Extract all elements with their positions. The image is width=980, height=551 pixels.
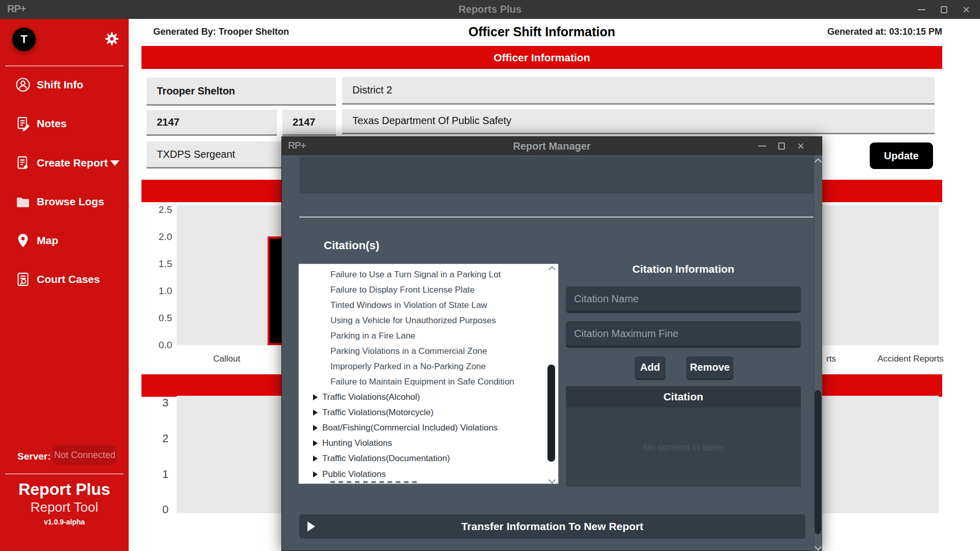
citation-list-item[interactable]: Parking in a Fire Lane [299,328,558,344]
citation-list-item[interactable]: Parking Violations in a Commercial Zone [299,344,558,359]
citation-group-row[interactable]: Boat/Fishing(Commercial Included) Violat… [299,420,558,436]
citation-group-label: Public Violations [322,469,386,479]
modal-divider [299,217,814,218]
maximize-icon[interactable] [938,4,949,15]
sidebar-item-court-cases[interactable]: Court Cases [0,268,129,291]
citation-group-label: Hunting Violations [322,438,392,448]
expand-arrow-icon[interactable] [313,471,318,477]
y-tick: 2.5 [143,204,172,215]
expand-arrow-icon[interactable] [313,440,318,446]
sidebar-divider [5,65,124,66]
citation-maximum-fine-input[interactable] [566,321,801,348]
district-field[interactable] [342,77,935,105]
expand-arrow-icon[interactable] [313,410,318,416]
gear-icon[interactable] [105,32,119,46]
citation-name-input[interactable] [566,286,801,313]
clipped-list-row [330,481,417,483]
notes-icon [15,116,31,131]
citation-group-row[interactable]: Traffic Violations(Motorcycle) [299,405,558,420]
sidebar-item-notes[interactable]: Notes [0,112,129,135]
expand-arrow-icon[interactable] [313,456,318,462]
department-field[interactable] [342,109,935,134]
citation-list[interactable]: Failure to Use a Turn Signal in a Parkin… [298,263,559,484]
sidebar-item-create-report[interactable]: Create Report [0,152,129,174]
play-icon [307,521,315,532]
remove-button[interactable]: Remove [686,356,733,380]
list-scrollbar-thumb[interactable] [547,365,555,462]
scroll-down-icon[interactable] [815,543,822,550]
y-tick: 2 [149,432,169,445]
modal-titlebar: RP+ Report Manager × [282,137,822,155]
x-category-label: Callout [201,354,252,364]
update-button[interactable]: Update [870,142,933,169]
modal-maximize-icon[interactable] [776,140,787,152]
citation-list-item[interactable]: Failure to Maintain Equipment in Safe Co… [299,374,558,390]
close-icon[interactable]: × [961,4,972,15]
modal-minimize-icon[interactable] [756,140,768,152]
citation-group-label: Traffic Violations(Documentation) [322,453,450,463]
server-status-badge: Not Connected [53,445,116,465]
brand-version: v1.0.9-alpha [0,518,129,526]
sidebar-item-browse-logs[interactable]: Browse Logs [0,190,129,213]
map-pin-icon [15,233,31,248]
citation-group-row[interactable]: Traffic Violations(Alcohol) [299,390,558,405]
scroll-up-icon[interactable] [815,158,822,165]
citations-heading: Citation(s) [324,239,379,252]
x-category-label: Accident Reports [870,354,951,364]
window-titlebar: RP+ Reports Plus × [0,0,980,19]
y-tick: 0.5 [143,313,172,324]
citation-group-label: Traffic Violations(Motorcycle) [322,408,434,417]
officer-name-field[interactable] [147,78,336,106]
expand-arrow-icon[interactable] [313,425,318,431]
unit-number-field[interactable] [282,110,336,136]
app-window: RP+ Reports Plus × T [0,0,980,551]
citation-group-row[interactable]: Traffic Violations(Documentation) [299,451,558,466]
expand-arrow-icon[interactable] [313,394,318,400]
citation-information-heading: Citation Information [566,263,801,275]
modal-title: Report Manager [282,137,822,155]
add-button[interactable]: Add [635,356,665,380]
y-tick: 1 [149,468,169,481]
citation-group-label: Boat/Fishing(Commercial Included) Violat… [322,423,498,433]
citation-list-item[interactable]: Tinted Windows in Violation of State Law [299,298,558,313]
report-manager-dialog: RP+ Report Manager × Citation(s) Failure… [281,136,822,551]
citation-group-label: Traffic Violations(Alcohol) [322,392,420,402]
avatar[interactable]: T [12,28,36,51]
citation-list-item[interactable]: Improperly Parked in a No-Parking Zone [299,359,558,374]
create-report-icon [15,155,31,171]
citation-list-item[interactable]: Failure to Use a Turn Signal in a Parkin… [299,267,558,282]
sidebar-item-shift-info[interactable]: Shift Info [0,74,129,96]
citation-list-item[interactable]: Failure to Display Front License Plate [299,282,558,298]
person-circle-icon [15,77,31,92]
minimize-icon[interactable] [916,4,927,15]
sidebar-item-label: Court Cases [37,273,100,285]
y-tick: 3 [149,396,169,410]
court-cases-icon [15,272,31,287]
transfer-label: Transfer Information To New Report [461,520,643,533]
modal-close-icon[interactable]: × [795,140,806,152]
sidebar-item-label: Create Report [37,157,108,169]
sidebar-item-label: Notes [37,117,66,130]
y-tick: 1.5 [143,258,172,270]
sidebar-item-label: Shift Info [37,79,83,91]
x-category-label-partial: rts [826,354,836,364]
y-tick: 0.0 [143,340,172,351]
citation-list-item[interactable]: Using a Vehicle for Unauthorized Purpose… [299,313,558,328]
empty-table-text: No content in table [643,442,724,453]
citation-group-row[interactable]: Hunting Violations [299,436,558,451]
citation-table-header: Citation [566,386,801,408]
report-notes-panel[interactable] [299,157,814,194]
sidebar-item-map[interactable]: Map [0,229,129,252]
y-tick: 1.0 [143,285,172,297]
badge-number-field[interactable] [147,110,277,136]
citation-table: No content in table [566,408,801,487]
officer-information-banner: Officer Information [141,46,942,69]
y-tick: 2.0 [143,231,172,243]
chevron-down-icon [110,160,119,166]
server-label: Server: [17,451,51,462]
transfer-information-button[interactable]: Transfer Information To New Report [299,514,805,539]
banner-label: Officer Information [141,46,942,69]
citation-group-row[interactable]: Public Violations [299,467,558,482]
sidebar-divider [5,473,124,474]
modal-scrollbar-thumb[interactable] [815,390,821,534]
